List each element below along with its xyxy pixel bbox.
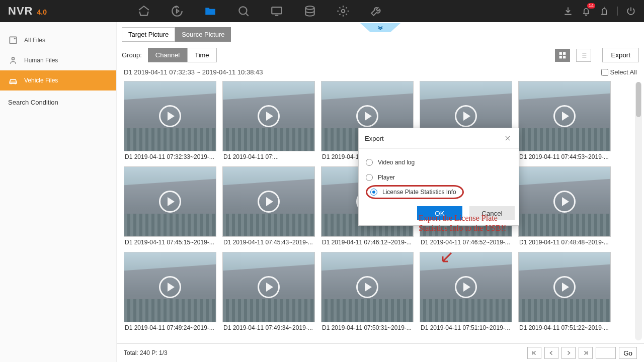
range-row: D1 2019-04-11 07:32:33 ~ 2019-04-11 10:3… bbox=[117, 66, 644, 79]
sidebar: All Files Human Files Vehicle Files Sear… bbox=[0, 22, 117, 362]
thumbnail[interactable] bbox=[518, 81, 611, 151]
svg-rect-9 bbox=[559, 56, 562, 58]
search-condition-label[interactable]: Search Condition bbox=[0, 90, 116, 114]
play-icon[interactable] bbox=[258, 191, 280, 213]
page-go-button[interactable]: Go bbox=[619, 347, 637, 359]
annotation-circle: License Plate Statistics Info bbox=[366, 185, 464, 199]
folder-icon[interactable] bbox=[204, 5, 217, 18]
radio-label: License Plate Statistics Info bbox=[382, 189, 456, 196]
download-icon[interactable] bbox=[563, 6, 573, 16]
thumbnail[interactable] bbox=[124, 81, 216, 151]
svg-rect-10 bbox=[564, 56, 566, 58]
caption: D1 2019-04-11 07:45:43~2019-... bbox=[222, 237, 315, 246]
view-grid-button[interactable] bbox=[555, 49, 570, 62]
gear-icon[interactable] bbox=[337, 5, 350, 18]
brand: NVR 4.0 bbox=[8, 5, 47, 18]
play-icon[interactable] bbox=[159, 191, 181, 213]
caption: D1 2019-04-11 07:48:48~2019-... bbox=[518, 237, 611, 246]
svg-rect-4 bbox=[10, 37, 16, 43]
caption: D1 2019-04-11 07:45:15~2019-... bbox=[124, 237, 216, 246]
result-card[interactable]: D1 2019-04-11 07:49:24~2019-... bbox=[124, 252, 216, 331]
group-channel-button[interactable]: Channel bbox=[148, 48, 187, 62]
thumbnail[interactable] bbox=[124, 166, 216, 237]
thumbnail[interactable] bbox=[518, 166, 611, 237]
sidebar-item-vehicle-files[interactable]: Vehicle Files bbox=[0, 70, 116, 90]
thumbnail[interactable] bbox=[222, 81, 315, 151]
caption: D1 2019-04-11 07:44:53~2019-... bbox=[518, 151, 611, 160]
content-area: Target Picture Source Picture Group: Cha… bbox=[117, 22, 644, 362]
select-all[interactable]: Select All bbox=[601, 68, 637, 76]
svg-point-2 bbox=[305, 6, 314, 10]
group-row: Group: Channel Time Export bbox=[117, 42, 644, 66]
export-button[interactable]: Export bbox=[602, 48, 639, 62]
result-card[interactable]: D1 2019-04-11 07:32:33~2019-... bbox=[124, 81, 216, 160]
scrollbar-thumb[interactable] bbox=[636, 82, 641, 117]
play-icon[interactable] bbox=[553, 105, 576, 127]
sidebar-item-all-files[interactable]: All Files bbox=[0, 30, 116, 50]
result-card[interactable]: D1 2019-04-11 07:45:15~2019-... bbox=[124, 166, 216, 246]
thumbnail[interactable] bbox=[420, 252, 512, 322]
power-icon[interactable] bbox=[626, 6, 636, 16]
vertical-scrollbar[interactable] bbox=[635, 82, 642, 340]
play-icon[interactable] bbox=[553, 276, 576, 298]
thumbnail[interactable] bbox=[222, 166, 315, 237]
play-icon[interactable] bbox=[258, 105, 280, 127]
page-last-button[interactable] bbox=[579, 347, 593, 359]
radio-license-plate[interactable]: License Plate Statistics Info bbox=[370, 189, 456, 196]
play-icon[interactable] bbox=[356, 105, 378, 127]
caption: D1 2019-04-11 07:49:34~2019-... bbox=[222, 322, 315, 331]
playback-icon[interactable] bbox=[171, 5, 184, 18]
thumbnail[interactable] bbox=[222, 252, 315, 322]
tab-source-picture[interactable]: Source Picture bbox=[175, 27, 231, 42]
page-next-button[interactable] bbox=[561, 347, 576, 359]
footer: Total: 240 P: 1/3 Go bbox=[117, 343, 644, 362]
group-segment: Channel Time bbox=[148, 48, 217, 62]
result-card[interactable]: D1 2019-04-11 07:... bbox=[222, 81, 315, 160]
result-card[interactable]: D1 2019-04-11 07:45:43~2019-... bbox=[222, 166, 315, 246]
human-icon bbox=[8, 55, 18, 65]
result-card[interactable]: D1 2019-04-11 07:49:34~2019-... bbox=[222, 252, 315, 331]
alarm-icon[interactable] bbox=[599, 6, 609, 16]
play-icon[interactable] bbox=[159, 105, 181, 127]
result-card[interactable]: D1 2019-04-11 07:51:22~2019-... bbox=[518, 252, 611, 331]
close-icon[interactable] bbox=[503, 133, 513, 143]
tag-icon[interactable] bbox=[137, 5, 150, 18]
page-input[interactable] bbox=[596, 347, 616, 359]
result-card[interactable]: D1 2019-04-11 07:44:53~2019-... bbox=[518, 81, 611, 160]
storage-icon[interactable] bbox=[303, 5, 316, 18]
result-card[interactable]: D1 2019-04-11 07:48:48~2019-... bbox=[518, 166, 611, 246]
select-all-checkbox[interactable] bbox=[601, 69, 608, 76]
monitor-icon[interactable] bbox=[270, 5, 283, 18]
thumbnail[interactable] bbox=[518, 252, 611, 322]
radio-icon bbox=[370, 189, 377, 196]
expand-chevron[interactable] bbox=[360, 23, 400, 32]
svg-rect-8 bbox=[564, 52, 566, 55]
radio-video-and-log[interactable]: Video and log bbox=[366, 155, 512, 170]
thumbnail[interactable] bbox=[321, 252, 414, 322]
view-list-button[interactable] bbox=[576, 49, 591, 62]
play-icon[interactable] bbox=[356, 276, 378, 298]
play-icon[interactable] bbox=[455, 105, 477, 127]
svg-rect-1 bbox=[272, 7, 282, 14]
caption: D1 2019-04-11 07:51:22~2019-... bbox=[518, 322, 611, 331]
radio-player[interactable]: Player bbox=[366, 170, 512, 185]
result-card[interactable]: D1 2019-04-11 07:50:31~2019-... bbox=[321, 252, 414, 331]
play-icon[interactable] bbox=[455, 276, 477, 298]
svg-point-3 bbox=[342, 10, 345, 13]
group-time-button[interactable]: Time bbox=[187, 48, 216, 62]
page-first-button[interactable] bbox=[527, 347, 541, 359]
sidebar-item-human-files[interactable]: Human Files bbox=[0, 50, 116, 70]
search-icon[interactable] bbox=[237, 5, 250, 18]
result-card[interactable]: D1 2019-04-11 07:51:10~2019-... bbox=[420, 252, 512, 331]
bell-icon[interactable]: 14 bbox=[581, 6, 591, 16]
thumbnail[interactable] bbox=[124, 252, 216, 322]
tab-target-picture[interactable]: Target Picture bbox=[122, 27, 175, 42]
play-icon[interactable] bbox=[258, 276, 280, 298]
files-icon bbox=[8, 35, 18, 45]
wrench-icon[interactable] bbox=[370, 5, 383, 18]
page-prev-button[interactable] bbox=[544, 347, 558, 359]
play-icon[interactable] bbox=[159, 276, 181, 298]
brand-name: NVR bbox=[8, 5, 33, 18]
caption: D1 2019-04-11 07:49:24~2019-... bbox=[124, 322, 216, 331]
play-icon[interactable] bbox=[553, 191, 576, 213]
